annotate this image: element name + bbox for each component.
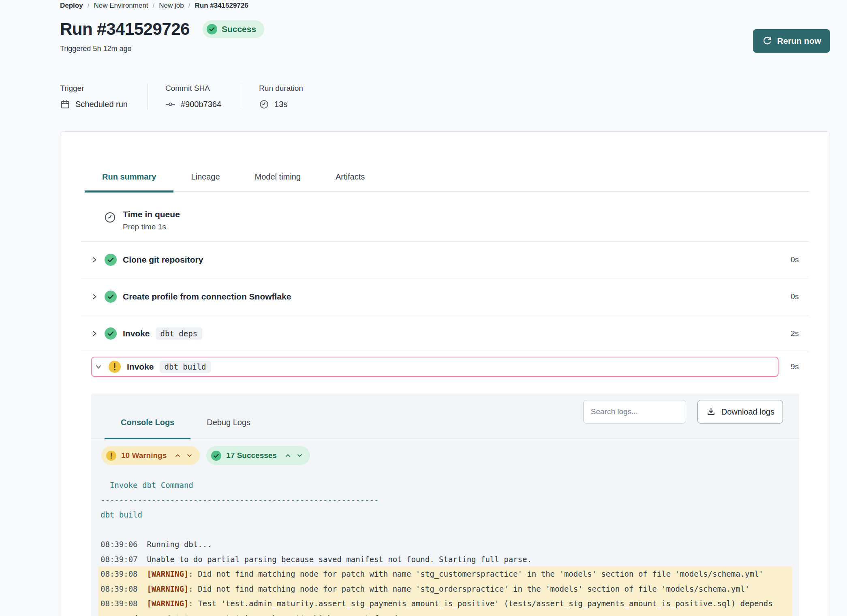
rerun-now-label: Rerun now (777, 36, 821, 46)
successes-badge[interactable]: 17 Successes (206, 446, 310, 465)
success-check-icon (105, 327, 117, 340)
refresh-icon (762, 36, 772, 46)
log-line: Invoke dbt Command (98, 478, 792, 493)
log-text: Unable to do partial parsing because sav… (147, 555, 531, 564)
log-text: on a node named 'stg_payments' in packag… (101, 614, 397, 616)
breadcrumb-environment[interactable]: New Environment (94, 2, 148, 10)
step-title: Invoke (123, 329, 150, 338)
step-command-chip: dbt deps (156, 327, 203, 340)
chevron-right-icon[interactable] (91, 257, 98, 263)
breadcrumb-separator: / (88, 2, 90, 10)
chevron-down-icon[interactable] (95, 364, 102, 370)
log-warning-label: [WARNING] (147, 584, 188, 593)
step-row-clone-git[interactable]: Clone git repository 0s (81, 241, 809, 278)
step-command-chip: dbt build (160, 361, 211, 373)
rerun-now-button[interactable]: Rerun now (753, 29, 830, 53)
run-duration-value: 13s (274, 100, 287, 109)
commit-sha-label: Commit SHA (165, 84, 221, 93)
log-timestamp: 08:39:08 (101, 569, 147, 578)
success-check-icon (105, 254, 117, 266)
log-text: dbt build (101, 510, 142, 519)
log-timestamp: 08:39:08 (101, 599, 147, 608)
clock-icon (104, 211, 116, 231)
time-in-queue-title: Time in queue (123, 210, 180, 219)
log-line: 08:39:06 Running dbt... (98, 537, 792, 552)
success-check-icon (211, 451, 221, 461)
step-duration: 2s (784, 329, 799, 338)
breadcrumb-job[interactable]: New job (159, 2, 184, 10)
duration-meta: Run duration 13s (259, 84, 323, 109)
console-tabs: Console Logs Debug Logs (105, 400, 267, 438)
step-row-dbt-deps[interactable]: Invoke dbt deps 2s (81, 315, 809, 352)
time-in-queue-section: Time in queue Prep time 1s (81, 210, 809, 241)
step-title: Clone git repository (123, 255, 203, 265)
page-title: Run #341529726 (60, 19, 190, 39)
search-logs-input[interactable] (583, 400, 686, 424)
warning-icon (106, 451, 116, 461)
chevron-right-icon[interactable] (91, 293, 98, 300)
trigger-meta: Trigger Scheduled run (60, 84, 148, 109)
prep-time-link[interactable]: Prep time 1s (123, 222, 166, 231)
tab-artifacts[interactable]: Artifacts (318, 172, 382, 192)
console-header: Console Logs Debug Logs Download logs (91, 394, 799, 439)
trigger-label: Trigger (60, 84, 128, 93)
console-controls: Download logs (583, 400, 783, 424)
log-timestamp: 08:39:06 (101, 540, 147, 549)
step-title: Invoke (127, 362, 154, 372)
console-log-output: Invoke dbt Command ---------------------… (91, 478, 799, 616)
chevron-up-icon[interactable] (285, 453, 291, 458)
tab-run-summary[interactable]: Run summary (85, 172, 173, 192)
log-line-warning: 08:39:08 [WARNING]: Did not find matchin… (98, 582, 792, 597)
log-line: 08:39:07 Unable to do partial parsing be… (98, 552, 792, 567)
log-line (98, 522, 792, 537)
step-duration: 9s (784, 362, 799, 371)
log-timestamp: 08:39:08 (101, 584, 147, 593)
download-logs-label: Download logs (721, 407, 774, 417)
clock-icon (259, 99, 269, 109)
step-row-dbt-build-selected-box[interactable]: Invoke dbt build (91, 357, 779, 377)
success-check-icon (207, 24, 217, 34)
run-summary-card: Run summary Lineage Model timing Artifac… (60, 131, 830, 616)
tab-model-timing[interactable]: Model timing (237, 172, 318, 192)
log-line: ----------------------------------------… (98, 493, 792, 508)
log-warning-label: [WARNING] (147, 569, 188, 578)
log-line-warning: on a node named 'stg_payments' in packag… (98, 611, 792, 616)
breadcrumb-separator: / (188, 2, 190, 10)
chevron-right-icon[interactable] (91, 330, 98, 337)
log-filter-badges: 10 Warnings 17 Successes (101, 446, 799, 465)
log-warning-label: [WARNING] (147, 599, 188, 608)
log-line: dbt build (98, 507, 792, 522)
chevron-down-icon[interactable] (186, 453, 192, 458)
log-text: Running dbt... (147, 540, 212, 549)
commit-meta: Commit SHA #900b7364 (165, 84, 241, 109)
log-text: ----------------------------------------… (101, 496, 379, 505)
chevron-up-icon[interactable] (175, 453, 181, 458)
tab-console-logs[interactable]: Console Logs (105, 400, 190, 439)
step-row-create-profile[interactable]: Create profile from connection Snowflake… (81, 278, 809, 315)
run-detail-page: Deploy / New Environment / New job / Run… (0, 0, 847, 616)
download-logs-button[interactable]: Download logs (697, 400, 783, 424)
chevron-down-icon[interactable] (297, 453, 303, 458)
step-duration: 0s (784, 292, 799, 301)
log-text: : Test 'test.admin_maturity.assert_stg_p… (188, 599, 772, 608)
log-line-warning: 08:39:08 [WARNING]: Test 'test.admin_mat… (98, 596, 792, 611)
log-text: : Did not find matching node for patch w… (188, 569, 763, 578)
run-meta-row: Trigger Scheduled run Commit SHA #900b73… (60, 84, 830, 109)
step-row-dbt-build[interactable]: Invoke dbt build 9s (81, 352, 809, 381)
tab-lineage[interactable]: Lineage (173, 172, 237, 192)
console-panel: Console Logs Debug Logs Download logs (91, 394, 799, 616)
triggered-time: Triggered 5h 12m ago (60, 45, 830, 53)
run-duration-label: Run duration (259, 84, 303, 93)
calendar-icon (60, 99, 70, 109)
step-title: Create profile from connection Snowflake (123, 292, 291, 302)
warnings-badge-label: 10 Warnings (121, 451, 167, 460)
breadcrumb-deploy[interactable]: Deploy (60, 2, 83, 10)
warning-icon (109, 361, 121, 373)
breadcrumb: Deploy / New Environment / New job / Run… (60, 2, 830, 10)
run-tabs: Run summary Lineage Model timing Artifac… (85, 172, 809, 192)
commit-sha-value: #900b7364 (181, 100, 221, 109)
status-badge: Success (203, 20, 264, 38)
tab-debug-logs[interactable]: Debug Logs (190, 400, 267, 439)
download-icon (706, 407, 716, 417)
warnings-badge[interactable]: 10 Warnings (101, 446, 200, 465)
